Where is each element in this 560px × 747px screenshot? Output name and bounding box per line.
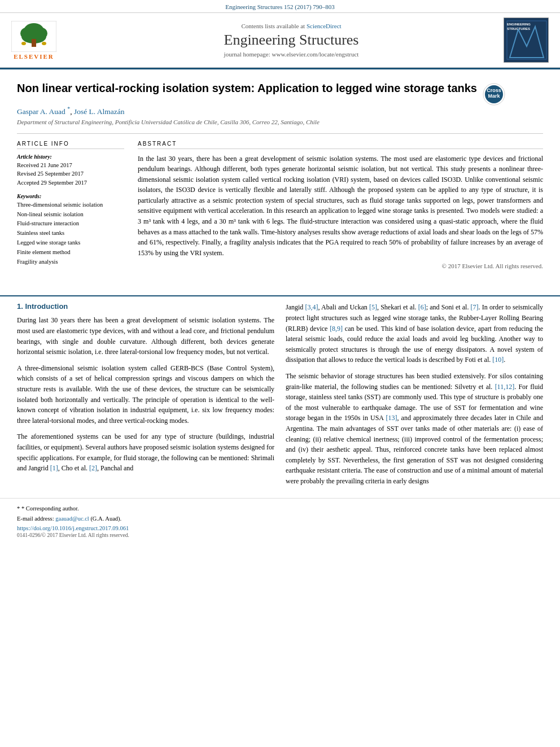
copyright-line: © 2017 Elsevier Ltd. All rights reserved… — [138, 263, 543, 269]
sciencedirect-link[interactable]: ScienceDirect — [307, 23, 342, 29]
ref-13[interactable]: [13] — [386, 414, 397, 422]
author-almazan[interactable]: José L. Almazán — [74, 107, 125, 116]
body-para-1: During last 30 years there has been a gr… — [17, 315, 274, 357]
authors-line: Gaspar A. Auad *, José L. Almazán — [17, 106, 543, 116]
body-left-column: 1. Introduction During last 30 years the… — [17, 302, 274, 492]
svg-text:STRUCTURES: STRUCTURES — [507, 27, 530, 30]
journal-title: Engineering Structures — [85, 32, 498, 49]
blue-divider-bottom — [0, 295, 560, 296]
ref-1[interactable]: [1] — [50, 464, 58, 472]
journal-homepage: journal homepage: www.elsevier.com/locat… — [85, 51, 498, 58]
following-text: following — [171, 454, 198, 462]
svg-point-7 — [42, 42, 46, 45]
divider-below-authors — [17, 133, 543, 134]
corresponding-star: * — [67, 106, 70, 112]
elsevier-logo: ELSEVIER — [11, 21, 56, 60]
footer-area: * * Corresponding author. E-mail address… — [0, 498, 560, 544]
abstract-header: ABSTRACT — [138, 141, 543, 149]
ref-8-9[interactable]: [8,9] — [330, 325, 343, 333]
abstract-column: ABSTRACT In the last 30 years, there has… — [138, 141, 543, 270]
keyword-2: Non-lineal seismic isolation — [17, 210, 124, 220]
keywords-group: Keywords: Three-dimensional seismic isol… — [17, 193, 124, 267]
corresponding-star-footer: * — [17, 505, 21, 512]
journal-reference: Engineering Structures 152 (2017) 790–80… — [225, 3, 335, 10]
author-email[interactable]: gaauad@uc.cl — [55, 516, 89, 522]
affiliation-text: Department of Structural Engineering, Po… — [17, 119, 543, 125]
author-auad[interactable]: Gaspar A. Auad — [17, 107, 65, 116]
keyword-6: Finite element method — [17, 248, 124, 257]
ref-2[interactable]: [2] — [89, 464, 97, 472]
header-logo-area: ELSEVIER — [11, 21, 85, 60]
article-info-header: ARTICLE INFO — [17, 141, 124, 149]
keyword-3: Fluid-structure interaction — [17, 219, 124, 229]
svg-point-6 — [21, 42, 26, 45]
article-title: Non linear vertical-rocking isolation sy… — [17, 81, 477, 95]
crossmark-icon: Cross Mark — [483, 83, 505, 106]
article-info-abstract: ARTICLE INFO Article history: Received 2… — [17, 141, 543, 270]
body-para-2: A three-dimensional seismic isolation sy… — [17, 363, 274, 426]
article-info-column: ARTICLE INFO Article history: Received 2… — [17, 141, 124, 270]
elsevier-tree-icon — [11, 21, 56, 52]
ref-6[interactable]: [6] — [418, 303, 426, 311]
revised-date: Revised 25 September 2017 — [17, 169, 124, 178]
section1-title: 1. Introduction — [17, 302, 274, 311]
header-center: Contents lists available at ScienceDirec… — [85, 23, 498, 58]
svg-text:Cross: Cross — [487, 88, 501, 93]
keyword-7: Fragility analysis — [17, 257, 124, 267]
elsevier-brand: ELSEVIER — [14, 53, 54, 60]
title-row: Non linear vertical-rocking isolation sy… — [17, 81, 543, 106]
corresponding-note: * * Corresponding author. — [17, 504, 543, 513]
keyword-5: Legged wine storage tanks — [17, 238, 124, 248]
abstract-text: In the last 30 years, there has been a g… — [138, 154, 543, 259]
cover-graphic: ENGINEERING STRUCTURES — [504, 18, 549, 63]
received-date: Received 21 June 2017 — [17, 161, 124, 170]
svg-text:ENGINEERING: ENGINEERING — [507, 23, 531, 26]
ref-11-12[interactable]: [11,12] — [495, 383, 515, 391]
svg-rect-5 — [32, 39, 36, 47]
keywords-label: Keywords: — [17, 193, 124, 199]
body-right-column: Jangid [3,4], Abali and Uckan [5], Sheka… — [286, 302, 543, 492]
journal-header: ELSEVIER Contents lists available at Sci… — [0, 12, 560, 68]
issn-line: 0141-0296/© 2017 Elsevier Ltd. All right… — [17, 532, 543, 538]
ref-7[interactable]: [7] — [471, 303, 479, 311]
body-para-right-2: The seismic behavior of storage structur… — [286, 371, 543, 487]
doi-link: https://doi.org/10.1016/j.engstruct.2017… — [17, 525, 543, 531]
ref-5[interactable]: [5] — [369, 303, 377, 311]
svg-text:Mark: Mark — [488, 93, 500, 99]
contents-available: Contents lists available at ScienceDirec… — [85, 23, 498, 29]
body-para-3: The aforementioned systems can be used f… — [17, 431, 274, 473]
ref-3-4[interactable]: [3,4] — [305, 303, 318, 311]
accepted-date: Accepted 29 September 2017 — [17, 178, 124, 187]
journal-link: Engineering Structures 152 (2017) 790–80… — [0, 0, 560, 12]
email-note: E-mail address: gaauad@uc.cl (G.A. Auad)… — [17, 514, 543, 523]
body-para-right-1: Jangid [3,4], Abali and Uckan [5], Sheka… — [286, 302, 543, 365]
ref-10[interactable]: [10] — [492, 356, 504, 364]
article-body: 1. Introduction During last 30 years the… — [0, 302, 560, 492]
header-right: ENGINEERING STRUCTURES ENGINEERING STRUC… — [498, 18, 549, 63]
article-history: Article history: Received 21 June 2017 R… — [17, 154, 124, 187]
history-label: Article history: — [17, 154, 124, 160]
keyword-1: Three-dimensional seismic isolation — [17, 200, 124, 210]
article-container: Non linear vertical-rocking isolation sy… — [0, 69, 560, 290]
doi-anchor[interactable]: https://doi.org/10.1016/j.engstruct.2017… — [17, 525, 129, 531]
journal-cover-image: ENGINEERING STRUCTURES ENGINEERING STRUC… — [504, 18, 549, 63]
keyword-4: Stainless steel tanks — [17, 229, 124, 238]
